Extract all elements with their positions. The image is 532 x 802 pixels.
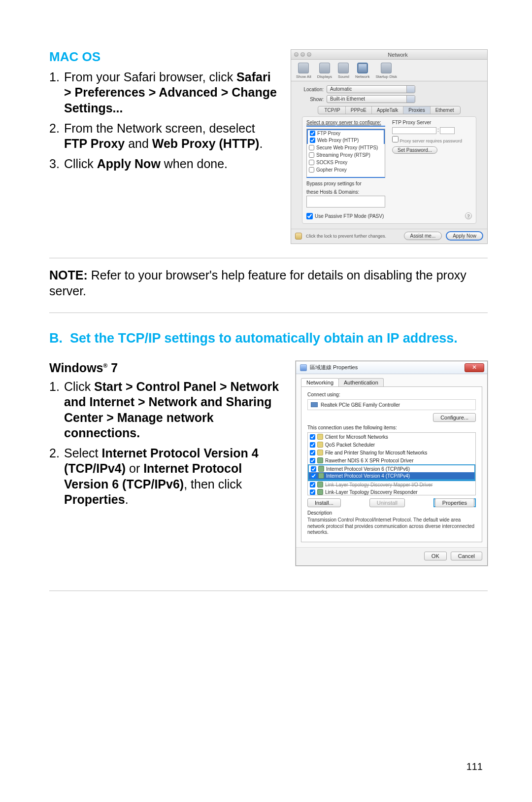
note-text: Refer to your browser's help feature for… — [49, 268, 466, 298]
mac-step-3-c: when done. — [161, 157, 228, 171]
mac-step-2-d: Web Proxy (HTTP) — [152, 137, 260, 150]
bypass-label-2: these Hosts & Domains: — [306, 189, 385, 195]
win-step-1: 1. Click Start > Control Panel > Network… — [49, 379, 283, 441]
mac-toolbar: Show All Displays Sound Network Startup … — [291, 60, 487, 81]
divider — [49, 313, 488, 313]
win-titlebar: 區域連線 Properties ✕ — [296, 361, 487, 374]
close-icon[interactable]: ✕ — [465, 363, 484, 372]
mac-step-3-b: Apply Now — [97, 157, 161, 171]
items-list[interactable]: Client for Microsoft Networks QoS Packet… — [307, 432, 476, 495]
mac-tabs: TCP/IP PPPoE AppleTalk Proxies Ethernet — [318, 106, 461, 114]
macos-screenshot: Network Show All Displays Sound Network … — [291, 49, 488, 244]
connect-using-label: Connect using: — [307, 392, 476, 397]
section-b-text: Set the TCP/IP settings to automatically… — [70, 331, 458, 346]
proxy-port-input[interactable] — [440, 127, 455, 134]
gopher-proxy-check[interactable] — [309, 167, 314, 173]
proxy-list[interactable]: FTP Proxy Web Proxy (HTTP) Secure Web Pr… — [306, 129, 385, 178]
items-label: This connection uses the following items… — [307, 425, 476, 430]
description-label: Description — [307, 510, 476, 516]
properties-button[interactable]: Properties — [435, 498, 474, 507]
win-step-2: 2. Select Internet Protocol Version 4 (T… — [49, 446, 283, 507]
ipv4-row[interactable]: Internet Protocol Version 4 (TCP/IPv4) — [308, 472, 475, 480]
lock-text: Click the lock to prevent further change… — [306, 234, 386, 239]
streaming-proxy-check[interactable] — [309, 152, 314, 158]
mac-step-1: 1. From your Safari browser, click Safar… — [49, 70, 278, 116]
note-label: NOTE: — [49, 268, 88, 282]
adapter-icon — [311, 402, 318, 407]
install-button[interactable]: Install... — [307, 498, 341, 507]
assist-me-button[interactable]: Assist me... — [404, 232, 442, 240]
proxy-pw-check[interactable] — [392, 136, 399, 142]
tab-pppoe[interactable]: PPPoE — [346, 106, 372, 114]
ftp-proxy-check[interactable] — [310, 131, 315, 136]
footer-divider — [49, 591, 488, 591]
web-proxy-check[interactable] — [310, 138, 315, 143]
ok-button[interactable]: OK — [424, 552, 447, 560]
win-title-text: 區域連線 Properties — [310, 364, 358, 371]
proxy-host-input[interactable] — [392, 127, 436, 134]
description-text: Transmission Control Protocol/Internet P… — [307, 517, 476, 536]
mac-step-2-c: and — [125, 137, 152, 150]
page-number: 111 — [466, 761, 483, 772]
apply-now-button[interactable]: Apply Now — [446, 231, 483, 241]
set-password-button[interactable]: Set Password... — [392, 146, 437, 154]
toolbar-sound[interactable]: Sound — [338, 63, 349, 79]
show-label: Show: — [299, 97, 324, 102]
configure-button[interactable]: Configure... — [433, 413, 476, 422]
uninstall-button[interactable]: Uninstall — [369, 498, 405, 507]
tab-authentication[interactable]: Authentication — [338, 378, 384, 386]
mac-step-2: 2. From the Network screen, deselect FTP… — [49, 121, 278, 152]
cancel-button[interactable]: Cancel — [451, 552, 482, 560]
socks-proxy-check[interactable] — [309, 160, 314, 165]
tab-ethernet[interactable]: Ethernet — [431, 106, 459, 114]
mac-step-2-a: From the Network screen, deselect — [64, 121, 255, 135]
section-b-heading: B. Set the TCP/IP settings to automatica… — [49, 331, 488, 346]
mac-window-title: Network — [311, 52, 484, 58]
pasv-label: Use Passive FTP Mode (PASV) — [315, 213, 384, 219]
window-icon — [300, 364, 307, 371]
help-icon[interactable]: ? — [465, 212, 472, 219]
windows7-heading: Windows® 7 — [49, 361, 283, 375]
show-select[interactable]: Built-in Ethernet — [327, 95, 415, 103]
pasv-check[interactable] — [306, 213, 313, 219]
secure-web-proxy-check[interactable] — [309, 145, 314, 150]
location-label: Location: — [299, 87, 324, 92]
windows-screenshot: 區域連線 Properties ✕ Networking Authenticat… — [296, 361, 488, 566]
lock-icon[interactable] — [295, 233, 302, 240]
proxy-server-label: FTP Proxy Server — [392, 120, 472, 125]
mac-window-titlebar: Network — [291, 50, 487, 60]
traffic-lights[interactable] — [294, 52, 311, 57]
tab-tcpip[interactable]: TCP/IP — [319, 106, 345, 114]
section-b-label: B. — [49, 331, 70, 346]
tab-proxies[interactable]: Proxies — [403, 106, 430, 114]
location-select[interactable]: Automatic — [327, 85, 415, 93]
toolbar-startup[interactable]: Startup Disk — [375, 63, 397, 79]
note-block: NOTE: Refer to your browser's help featu… — [49, 267, 488, 299]
tab-appletalk[interactable]: AppleTalk — [372, 106, 403, 114]
toolbar-network[interactable]: Network — [355, 63, 369, 79]
bypass-label-1: Bypass proxy settings for — [306, 181, 385, 186]
bypass-textarea[interactable] — [306, 196, 385, 208]
mac-step-1-text: From your Safari browser, click — [64, 70, 236, 84]
macos-heading: MAC OS — [49, 49, 278, 65]
mac-step-3-a: Cllick — [64, 157, 97, 171]
adapter-box: Realtek PCIe GBE Family Controller — [307, 399, 476, 410]
divider — [49, 258, 488, 258]
mac-step-2-e: . — [259, 137, 263, 150]
mac-step-2-b: FTP Proxy — [64, 137, 125, 150]
toolbar-showall[interactable]: Show All — [296, 63, 311, 79]
proxy-select-label: Select a proxy server to configure: — [306, 120, 385, 127]
toolbar-displays[interactable]: Displays — [317, 63, 332, 79]
tab-networking[interactable]: Networking — [301, 378, 339, 386]
mac-step-3: 3. Cllick Apply Now when done. — [49, 156, 278, 172]
